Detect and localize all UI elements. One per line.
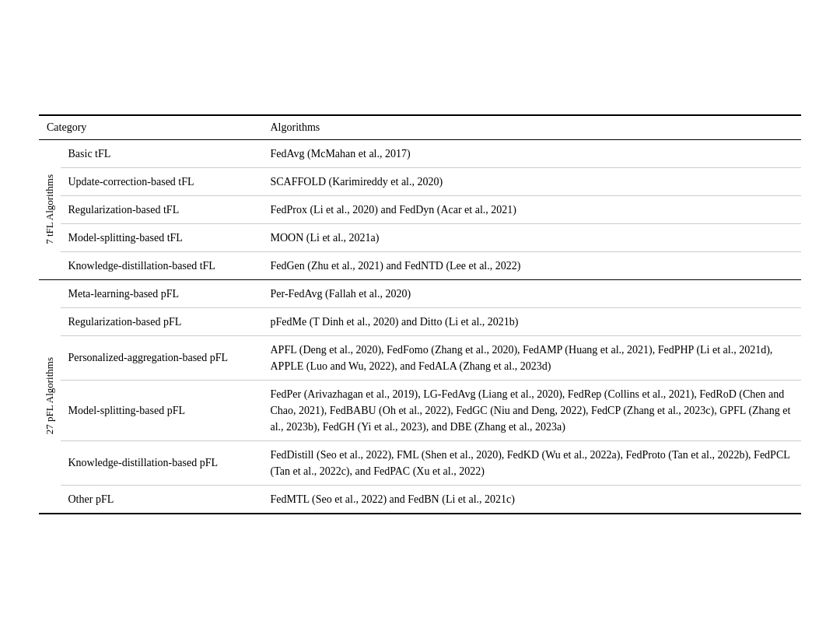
group1-label: 7 tFL Algorithms	[39, 139, 61, 279]
algorithms-cell: FedGen (Zhu et al., 2021) and FedNTD (Le…	[263, 251, 802, 279]
table-row: Personalized-aggregation-based pFLAPFL (…	[39, 335, 801, 380]
table-row: Regularization-based pFLpFedMe (T Dinh e…	[39, 307, 801, 335]
table-row: Knowledge-distillation-based tFLFedGen (…	[39, 251, 801, 279]
algorithms-cell: FedAvg (McMahan et al., 2017)	[263, 139, 802, 167]
algorithms-cell: FedProx (Li et al., 2020) and FedDyn (Ac…	[263, 195, 802, 223]
table-row: Regularization-based tFLFedProx (Li et a…	[39, 195, 801, 223]
header-row: Category Algorithms	[39, 115, 801, 140]
table-row: Other pFLFedMTL (Seo et al., 2022) and F…	[39, 485, 801, 514]
table-row: 27 pFL AlgorithmsMeta-learning-based pFL…	[39, 279, 801, 307]
algorithms-cell: SCAFFOLD (Karimireddy et al., 2020)	[263, 167, 802, 195]
algorithms-cell: FedPer (Arivazhagan et al., 2019), LG-Fe…	[263, 380, 802, 440]
table-row: Model-splitting-based pFLFedPer (Arivazh…	[39, 380, 801, 440]
algorithms-cell: FedMTL (Seo et al., 2022) and FedBN (Li …	[263, 485, 802, 514]
algorithms-cell: FedDistill (Seo et al., 2022), FML (Shen…	[263, 440, 802, 485]
category-cell: Model-splitting-based tFL	[61, 223, 263, 251]
category-cell: Model-splitting-based pFL	[61, 380, 263, 440]
category-cell: Knowledge-distillation-based pFL	[61, 440, 263, 485]
header-category: Category	[39, 115, 263, 140]
algorithms-cell: APFL (Deng et al., 2020), FedFomo (Zhang…	[263, 335, 802, 380]
category-cell: Meta-learning-based pFL	[61, 279, 263, 307]
header-algorithms: Algorithms	[263, 115, 802, 140]
algorithms-cell: Per-FedAvg (Fallah et al., 2020)	[263, 279, 802, 307]
category-cell: Regularization-based pFL	[61, 307, 263, 335]
table-row: Knowledge-distillation-based pFLFedDisti…	[39, 440, 801, 485]
table-wrapper: Category Algorithms 7 tFL AlgorithmsBasi…	[39, 114, 801, 514]
category-cell: Personalized-aggregation-based pFL	[61, 335, 263, 380]
table-row: Model-splitting-based tFLMOON (Li et al.…	[39, 223, 801, 251]
main-table: Category Algorithms 7 tFL AlgorithmsBasi…	[39, 114, 801, 514]
category-cell: Regularization-based tFL	[61, 195, 263, 223]
category-cell: Update-correction-based tFL	[61, 167, 263, 195]
category-cell: Basic tFL	[61, 139, 263, 167]
algorithms-cell: pFedMe (T Dinh et al., 2020) and Ditto (…	[263, 307, 802, 335]
category-cell: Other pFL	[61, 485, 263, 514]
group2-label: 27 pFL Algorithms	[39, 279, 61, 514]
table-row: Update-correction-based tFLSCAFFOLD (Kar…	[39, 167, 801, 195]
algorithms-cell: MOON (Li et al., 2021a)	[263, 223, 802, 251]
category-cell: Knowledge-distillation-based tFL	[61, 251, 263, 279]
table-row: 7 tFL AlgorithmsBasic tFLFedAvg (McMahan…	[39, 139, 801, 167]
